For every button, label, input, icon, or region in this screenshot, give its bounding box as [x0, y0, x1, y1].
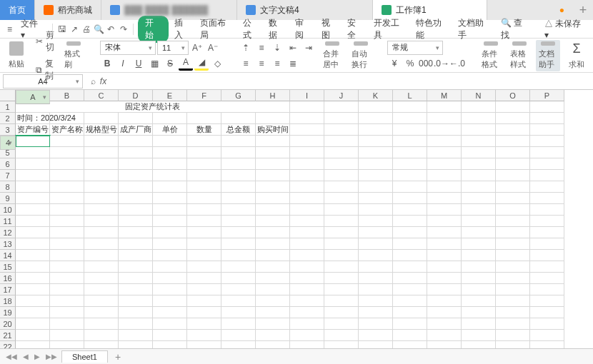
cell-O8[interactable]	[496, 181, 530, 193]
col-header-K[interactable]: K	[359, 90, 393, 101]
cell-D7[interactable]	[119, 170, 153, 181]
cell-A5[interactable]	[16, 147, 50, 158]
cell-M22[interactable]	[427, 341, 462, 348]
cell-E13[interactable]	[153, 238, 187, 250]
cell-G12[interactable]	[221, 227, 256, 238]
tab-pagelayout[interactable]: 页面布局	[196, 15, 236, 44]
cell-F12[interactable]	[187, 227, 221, 238]
cell-B8[interactable]	[50, 181, 84, 193]
cell-H2[interactable]	[256, 113, 290, 124]
cell-F20[interactable]	[187, 318, 221, 330]
cell-O9[interactable]	[496, 193, 530, 204]
row-header-8[interactable]: 8	[0, 181, 16, 193]
cell-L10[interactable]	[393, 204, 427, 216]
cell-P6[interactable]	[530, 158, 564, 170]
cell-M5[interactable]	[427, 147, 462, 158]
cell-G20[interactable]	[221, 318, 256, 330]
bold-button[interactable]: B	[100, 56, 114, 71]
cell-M18[interactable]	[427, 295, 462, 307]
cell-P20[interactable]	[530, 318, 564, 330]
cell-D10[interactable]	[119, 204, 153, 216]
cell-D13[interactable]	[119, 238, 153, 250]
cell-O3[interactable]	[496, 124, 530, 136]
cell-H19[interactable]	[256, 307, 290, 318]
cell-M12[interactable]	[427, 227, 462, 238]
cell-C12[interactable]	[84, 227, 119, 238]
cell[interactable]	[290, 101, 324, 113]
cell-K16[interactable]	[359, 273, 393, 284]
cell-N11[interactable]	[462, 216, 496, 227]
cell-K3[interactable]	[359, 124, 393, 136]
row-header-20[interactable]: 20	[0, 318, 16, 330]
cell-O17[interactable]	[496, 284, 530, 295]
cell-D2[interactable]	[119, 113, 153, 124]
spreadsheet-grid[interactable]: ABCDEFGHIJKLMNOP1固定资产统计表2时间：2020/3/243资产…	[0, 90, 593, 348]
cell-I14[interactable]	[290, 250, 324, 261]
cell-F11[interactable]	[187, 216, 221, 227]
cell-K12[interactable]	[359, 227, 393, 238]
cell-B10[interactable]	[50, 204, 84, 216]
cell-P13[interactable]	[530, 238, 564, 250]
format-painter-button[interactable]: 格式刷	[61, 40, 86, 71]
cell-G22[interactable]	[221, 341, 256, 348]
cell-M19[interactable]	[427, 307, 462, 318]
cell-B18[interactable]	[50, 295, 84, 307]
cell-D5[interactable]	[119, 147, 153, 158]
cell-I3[interactable]	[290, 124, 324, 136]
sheet-nav-prev[interactable]: ◀	[21, 353, 30, 360]
cell-O15[interactable]	[496, 261, 530, 273]
save-icon[interactable]: 🖫	[57, 24, 68, 35]
cell-F18[interactable]	[187, 295, 221, 307]
preview-icon[interactable]: 🔍	[94, 24, 104, 35]
cell-G17[interactable]	[221, 284, 256, 295]
cell-D19[interactable]	[119, 307, 153, 318]
cell-A8[interactable]	[16, 181, 50, 193]
cell-A22[interactable]	[16, 341, 50, 348]
tab-dochelper[interactable]: 文档助手	[454, 15, 494, 44]
cell-C15[interactable]	[84, 261, 119, 273]
cell-F19[interactable]	[187, 307, 221, 318]
cell-P4[interactable]	[530, 136, 564, 147]
cell-H16[interactable]	[256, 273, 290, 284]
cell-N18[interactable]	[462, 295, 496, 307]
cell-J7[interactable]	[324, 170, 359, 181]
cell-N7[interactable]	[462, 170, 496, 181]
cell-L18[interactable]	[393, 295, 427, 307]
cell-I10[interactable]	[290, 204, 324, 216]
cell-C10[interactable]	[84, 204, 119, 216]
cell-E22[interactable]	[153, 341, 187, 348]
cell-H3[interactable]: 购买时间	[256, 124, 290, 136]
cell-J19[interactable]	[324, 307, 359, 318]
cell-K21[interactable]	[359, 330, 393, 341]
cell-B21[interactable]	[50, 330, 84, 341]
select-all-corner[interactable]	[0, 90, 16, 101]
cell-M13[interactable]	[427, 238, 462, 250]
cell-G11[interactable]	[221, 216, 256, 227]
cell-K13[interactable]	[359, 238, 393, 250]
cell-K8[interactable]	[359, 181, 393, 193]
cell-L9[interactable]	[393, 193, 427, 204]
cell-E19[interactable]	[153, 307, 187, 318]
cell-D17[interactable]	[119, 284, 153, 295]
cell-G8[interactable]	[221, 181, 256, 193]
cell-L4[interactable]	[393, 136, 427, 147]
cell-G9[interactable]	[221, 193, 256, 204]
cell-O14[interactable]	[496, 250, 530, 261]
cell-C20[interactable]	[84, 318, 119, 330]
cell-O2[interactable]	[496, 113, 530, 124]
tab-devtools[interactable]: 开发工具	[369, 15, 410, 44]
cell-N20[interactable]	[462, 318, 496, 330]
cell-I11[interactable]	[290, 216, 324, 227]
cell-J9[interactable]	[324, 193, 359, 204]
cell-F10[interactable]	[187, 204, 221, 216]
cell-J15[interactable]	[324, 261, 359, 273]
cell-C16[interactable]	[84, 273, 119, 284]
col-header-M[interactable]: M	[427, 90, 462, 101]
cell-B20[interactable]	[50, 318, 84, 330]
cell-A13[interactable]	[16, 238, 50, 250]
cell-P10[interactable]	[530, 204, 564, 216]
cell-F3[interactable]: 数量	[187, 124, 221, 136]
cell-J2[interactable]	[324, 113, 359, 124]
cell-N6[interactable]	[462, 158, 496, 170]
cell-G14[interactable]	[221, 250, 256, 261]
